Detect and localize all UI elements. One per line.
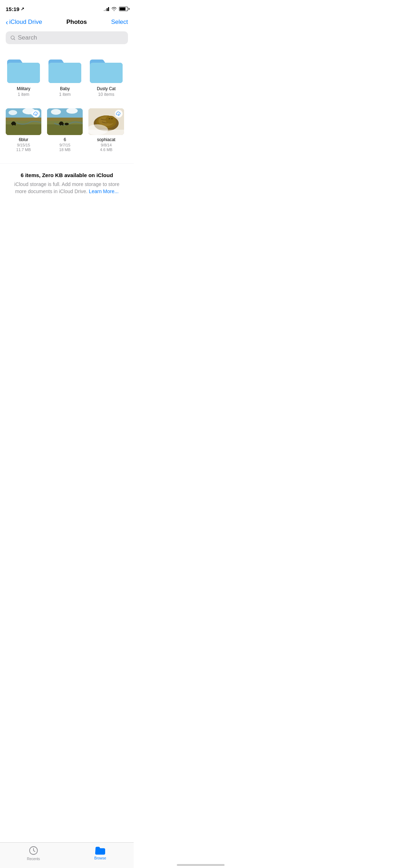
file-date: 9/8/14 bbox=[101, 143, 112, 147]
folder-icon bbox=[47, 56, 83, 84]
status-bar: 15:19 ↗ bbox=[0, 0, 134, 16]
cloud-download-icon bbox=[32, 110, 40, 118]
svg-rect-23 bbox=[62, 124, 63, 125]
storage-title: 6 items, Zero KB available on iCloud bbox=[9, 172, 125, 178]
back-label: iCloud Drive bbox=[9, 19, 42, 26]
svg-rect-18 bbox=[47, 124, 83, 135]
svg-rect-1 bbox=[7, 63, 40, 83]
landscape-image bbox=[47, 108, 83, 135]
location-icon: ↗ bbox=[21, 6, 24, 11]
svg-point-19 bbox=[51, 109, 61, 115]
svg-rect-2 bbox=[48, 63, 81, 83]
svg-point-24 bbox=[60, 122, 63, 124]
files-grid: 6blur 9/15/15 11.7 MB bbox=[0, 105, 134, 163]
status-time: 15:19 ↗ bbox=[6, 6, 24, 12]
battery-icon bbox=[119, 7, 128, 11]
svg-point-14 bbox=[12, 122, 15, 124]
file-thumbnail bbox=[47, 108, 83, 135]
file-item[interactable]: 6blur 9/15/15 11.7 MB bbox=[6, 108, 41, 152]
signal-icon bbox=[104, 7, 109, 11]
svg-point-8 bbox=[9, 110, 17, 115]
folder-item[interactable]: Military 1 item bbox=[6, 56, 41, 97]
file-name: sophiacat bbox=[97, 137, 115, 142]
nav-header: ‹ iCloud Drive Photos Select bbox=[0, 16, 134, 30]
page-title: Photos bbox=[66, 19, 87, 26]
cloud-download-icon bbox=[115, 110, 123, 118]
folders-grid: Military 1 item Baby 1 item Dusty Cat 10… bbox=[0, 50, 134, 105]
folder-name: Baby bbox=[60, 86, 70, 91]
file-item[interactable]: sophiacat 9/8/14 4.6 MB bbox=[88, 108, 124, 152]
back-chevron-icon: ‹ bbox=[6, 19, 8, 26]
file-size: 4.6 MB bbox=[100, 148, 113, 152]
folder-icon bbox=[88, 56, 124, 84]
storage-info: 6 items, Zero KB available on iCloud iCl… bbox=[0, 163, 134, 201]
file-name: 6blur bbox=[19, 137, 29, 142]
svg-rect-3 bbox=[90, 63, 123, 83]
storage-description: iCloud storage is full. Add more storage… bbox=[9, 181, 125, 195]
svg-rect-12 bbox=[12, 124, 13, 125]
svg-rect-7 bbox=[6, 124, 41, 135]
folder-count: 1 item bbox=[59, 92, 71, 97]
select-button[interactable]: Select bbox=[111, 19, 128, 26]
svg-rect-13 bbox=[15, 124, 16, 125]
svg-point-25 bbox=[65, 123, 69, 125]
search-icon bbox=[10, 35, 16, 41]
svg-rect-22 bbox=[60, 124, 61, 125]
file-size: 11.7 MB bbox=[16, 148, 31, 152]
search-container: Search bbox=[0, 30, 134, 50]
learn-more-link[interactable]: Learn More... bbox=[89, 188, 118, 194]
time-display: 15:19 bbox=[6, 6, 19, 12]
search-input[interactable]: Search bbox=[18, 34, 37, 41]
file-name: 6 bbox=[64, 137, 66, 142]
file-size: 18 MB bbox=[59, 148, 71, 152]
folder-name: Dusty Cat bbox=[97, 86, 116, 91]
back-button[interactable]: ‹ iCloud Drive bbox=[6, 19, 42, 26]
svg-point-30 bbox=[106, 116, 115, 124]
file-date: 9/15/15 bbox=[17, 143, 30, 147]
search-bar[interactable]: Search bbox=[6, 31, 128, 44]
folder-icon bbox=[6, 56, 41, 84]
folder-count: 1 item bbox=[18, 92, 30, 97]
file-thumbnail bbox=[6, 108, 41, 135]
folder-count: 10 items bbox=[98, 92, 114, 97]
svg-rect-32 bbox=[88, 130, 124, 135]
folder-item[interactable]: Dusty Cat 10 items bbox=[88, 56, 124, 97]
status-icons bbox=[104, 7, 128, 11]
file-thumbnail bbox=[88, 108, 124, 135]
folder-name: Military bbox=[17, 86, 30, 91]
folder-item[interactable]: Baby 1 item bbox=[47, 56, 83, 97]
file-date: 9/7/15 bbox=[60, 143, 71, 147]
wifi-icon bbox=[111, 7, 117, 11]
file-item[interactable]: 6 9/7/15 18 MB bbox=[47, 108, 83, 152]
